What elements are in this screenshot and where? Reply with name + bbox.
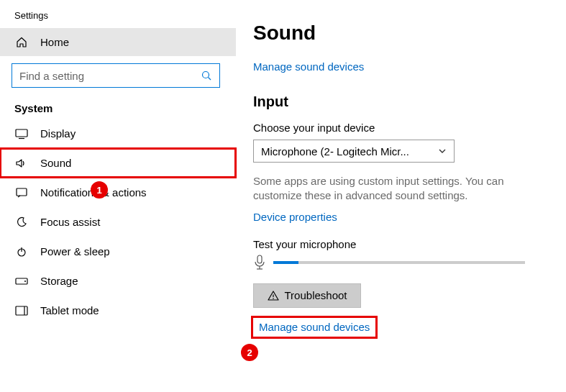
search-input[interactable] — [19, 70, 201, 82]
mic-level-bar — [273, 261, 525, 264]
main-content: Sound Manage sound devices Input Choose … — [236, 0, 566, 392]
test-mic-label: Test your microphone — [253, 238, 566, 250]
svg-point-8 — [24, 281, 26, 282]
tablet-icon — [14, 306, 29, 316]
chevron-down-icon — [438, 147, 447, 155]
sidebar-item-sound[interactable]: Sound — [0, 148, 236, 178]
sidebar-item-focus-assist[interactable]: Focus assist — [0, 207, 236, 237]
warning-icon — [268, 290, 279, 301]
home-icon — [14, 37, 29, 48]
svg-rect-4 — [17, 188, 27, 196]
troubleshoot-label: Troubleshoot — [285, 289, 347, 301]
input-device-value: Microphone (2- Logitech Micr... — [261, 145, 409, 158]
window-title: Settings — [0, 0, 236, 28]
manage-sound-devices-highlight: Manage sound devices — [253, 318, 375, 337]
search-input-container[interactable] — [12, 63, 220, 88]
manage-sound-devices-link-top[interactable]: Manage sound devices — [253, 60, 364, 73]
manage-sound-devices-link-bottom[interactable]: Manage sound devices — [259, 321, 370, 333]
sidebar-item-display[interactable]: Display — [0, 119, 236, 148]
nav-label: Storage — [40, 275, 78, 287]
nav-label: Display — [40, 127, 76, 140]
page-title: Sound — [253, 22, 566, 45]
moon-icon — [14, 216, 29, 228]
display-icon — [14, 128, 29, 140]
sidebar: Settings Home System Display — [0, 0, 236, 392]
power-icon — [14, 246, 29, 257]
storage-icon — [14, 276, 29, 286]
sidebar-item-power-sleep[interactable]: Power & sleep — [0, 237, 236, 266]
sidebar-item-storage[interactable]: Storage — [0, 266, 236, 296]
choose-input-label: Choose your input device — [253, 122, 566, 134]
nav-label: Tablet mode — [40, 304, 99, 316]
input-section-title: Input — [253, 94, 566, 110]
svg-point-15 — [273, 298, 274, 299]
sidebar-item-notifications[interactable]: Notifications & actions — [0, 178, 236, 207]
annotation-badge-2: 2 — [241, 344, 258, 361]
svg-rect-9 — [16, 306, 27, 315]
notifications-icon — [14, 187, 29, 199]
nav-label: Sound — [40, 157, 71, 169]
nav-label: Focus assist — [40, 216, 100, 228]
annotation-badge-1: 1 — [91, 181, 108, 199]
troubleshoot-button[interactable]: Troubleshoot — [253, 283, 361, 308]
input-device-select[interactable]: Microphone (2- Logitech Micr... — [253, 140, 455, 163]
device-properties-link[interactable]: Device properties — [253, 211, 337, 223]
svg-rect-2 — [16, 129, 27, 137]
home-nav[interactable]: Home — [0, 28, 236, 56]
sound-icon — [14, 158, 29, 169]
svg-point-0 — [203, 72, 209, 78]
sidebar-item-tablet-mode[interactable]: Tablet mode — [0, 296, 236, 325]
home-label: Home — [40, 36, 69, 48]
svg-rect-11 — [257, 255, 262, 263]
category-title: System — [0, 95, 236, 119]
search-icon — [201, 70, 212, 81]
input-helper-text: Some apps are using custom input setting… — [253, 174, 541, 204]
mic-level-fill — [273, 261, 298, 264]
microphone-icon — [253, 255, 266, 270]
nav-label: Power & sleep — [40, 245, 110, 257]
svg-line-1 — [209, 78, 211, 81]
